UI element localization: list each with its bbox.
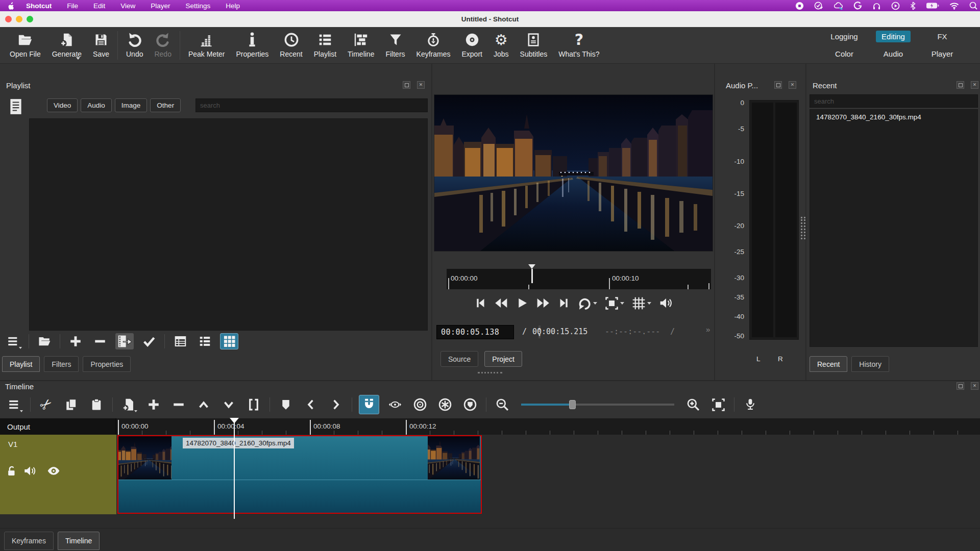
- playlist-view-icons-button[interactable]: [220, 333, 238, 349]
- tab-filters[interactable]: Filters: [44, 356, 79, 372]
- g-badge-icon[interactable]: [853, 2, 862, 10]
- playlist-view-mode-icon[interactable]: [7, 98, 24, 115]
- tab-recent[interactable]: Recent: [810, 356, 847, 372]
- scrub-playhead-icon[interactable]: [528, 264, 535, 269]
- menu-view[interactable]: View: [120, 2, 135, 10]
- tab-source[interactable]: Source: [440, 351, 478, 367]
- timeline-zoom-in-button[interactable]: [684, 396, 702, 413]
- timeline-float-button[interactable]: [957, 382, 964, 390]
- zoom-slider-handle[interactable]: [569, 400, 576, 409]
- video-preview[interactable]: [434, 95, 713, 251]
- copy-button[interactable]: [62, 396, 81, 413]
- headphones-icon[interactable]: [872, 2, 881, 10]
- layout-tab-color[interactable]: Color: [829, 48, 859, 60]
- skip-to-start-button[interactable]: [474, 296, 486, 310]
- properties-button[interactable]: Properties: [231, 31, 275, 60]
- timeline-close-button[interactable]: [971, 382, 978, 390]
- track-name[interactable]: V1: [8, 440, 17, 448]
- battery-icon[interactable]: [926, 2, 939, 9]
- menu-shotcut[interactable]: Shotcut: [26, 2, 52, 10]
- append-clip-button[interactable]: [119, 396, 138, 413]
- play-button[interactable]: [516, 296, 528, 310]
- zoom-options-caret-icon[interactable]: [620, 302, 624, 305]
- track-lock-icon[interactable]: [6, 464, 17, 478]
- wifi-icon[interactable]: [949, 2, 959, 10]
- apple-menu[interactable]: [7, 2, 15, 10]
- add-track-button[interactable]: [144, 396, 163, 413]
- panel-splitter[interactable]: [714, 64, 715, 380]
- playlist-menu-button[interactable]: [4, 333, 22, 349]
- type-tab-video[interactable]: Video: [47, 98, 78, 112]
- tab-history[interactable]: History: [851, 356, 889, 372]
- panel-splitter[interactable]: [431, 64, 432, 380]
- timeline-zoom-slider[interactable]: [521, 399, 674, 410]
- playlist-button[interactable]: Playlist: [308, 31, 342, 60]
- check-badge-icon[interactable]: [814, 2, 823, 10]
- menu-player[interactable]: Player: [151, 2, 170, 10]
- ripple-button[interactable]: [411, 396, 429, 413]
- menu-settings[interactable]: Settings: [186, 2, 211, 10]
- recent-close-button[interactable]: [971, 81, 978, 89]
- split-button[interactable]: [244, 396, 263, 413]
- recent-search-input[interactable]: [810, 94, 978, 108]
- zoom-fit-button[interactable]: [605, 296, 624, 310]
- loop-button[interactable]: [578, 296, 597, 310]
- track-hide-icon[interactable]: [47, 465, 60, 477]
- save-button[interactable]: Save: [87, 31, 115, 60]
- menu-file[interactable]: File: [67, 2, 78, 10]
- overwrite-button[interactable]: [219, 396, 238, 413]
- type-tab-image[interactable]: Image: [115, 98, 148, 112]
- creative-cloud-icon[interactable]: [834, 2, 843, 10]
- tab-keyframes[interactable]: Keyframes: [4, 532, 54, 550]
- play-badge-icon[interactable]: [891, 2, 900, 10]
- timeline-menu-button[interactable]: [5, 396, 23, 413]
- next-marker-button[interactable]: [327, 396, 345, 413]
- generate-button[interactable]: Generate: [46, 31, 87, 60]
- playlist-open-button[interactable]: [35, 333, 54, 349]
- peak-meter-button[interactable]: Peak Meter: [183, 31, 231, 60]
- grid-options-caret-icon[interactable]: [647, 302, 651, 305]
- loop-options-caret-icon[interactable]: [593, 302, 597, 305]
- whats-this-button[interactable]: ? What's This?: [553, 31, 605, 60]
- type-tab-other[interactable]: Other: [150, 98, 181, 112]
- playlist-float-button[interactable]: [403, 81, 410, 89]
- panel-splitter[interactable]: [805, 64, 806, 380]
- horizontal-splitter[interactable]: [0, 380, 980, 381]
- player-resize-handle[interactable]: [478, 372, 502, 373]
- playlist-append-button[interactable]: [66, 333, 85, 349]
- track-mute-icon[interactable]: [23, 464, 37, 478]
- timeline-empty-area[interactable]: [0, 514, 980, 528]
- subtitles-button[interactable]: Subtitles: [514, 31, 553, 60]
- recent-list-item[interactable]: 14782070_3840_2160_30fps.mp4: [810, 110, 977, 124]
- layout-tab-logging[interactable]: Logging: [825, 31, 863, 42]
- tab-project[interactable]: Project: [484, 351, 522, 367]
- playlist-search-input[interactable]: [195, 98, 428, 112]
- layout-tab-audio[interactable]: Audio: [878, 48, 909, 60]
- undo-button[interactable]: Undo: [120, 31, 149, 60]
- playlist-close-button[interactable]: [417, 81, 425, 89]
- playlist-update-button[interactable]: [140, 333, 158, 349]
- timeline-playhead-icon[interactable]: [230, 418, 239, 423]
- scrub-while-dragging-button[interactable]: [386, 396, 404, 413]
- open-file-button[interactable]: Open File: [4, 31, 46, 60]
- volume-button[interactable]: [659, 296, 673, 310]
- track-header-v1[interactable]: V1: [0, 435, 116, 514]
- audio-peak-float-button[interactable]: [774, 81, 782, 89]
- timeline-zoom-fit-button[interactable]: [709, 396, 727, 413]
- ripple-all-tracks-button[interactable]: [436, 396, 454, 413]
- output-track-header[interactable]: Output: [0, 418, 116, 435]
- lift-button[interactable]: [194, 396, 213, 413]
- grid-button[interactable]: [632, 296, 651, 310]
- timeline-zoom-out-button[interactable]: [493, 396, 511, 413]
- timeline-ruler[interactable]: Output 00:00:00 00:00:04 00:00:08 00:00:…: [0, 418, 980, 435]
- filters-button[interactable]: Filters: [380, 31, 410, 60]
- tab-playlist[interactable]: Playlist: [2, 356, 40, 372]
- marker-button[interactable]: [277, 396, 295, 413]
- current-position-spinbox[interactable]: ▲▼: [436, 325, 514, 339]
- timeline-clip[interactable]: 14782070_3840_2160_30fps.mp4: [117, 435, 482, 514]
- tab-timeline[interactable]: Timeline: [58, 532, 100, 550]
- menu-help[interactable]: Help: [226, 2, 240, 10]
- bluetooth-icon[interactable]: [910, 2, 916, 10]
- tab-properties[interactable]: Properties: [83, 356, 131, 372]
- playlist-add-to-timeline-button[interactable]: [115, 333, 134, 349]
